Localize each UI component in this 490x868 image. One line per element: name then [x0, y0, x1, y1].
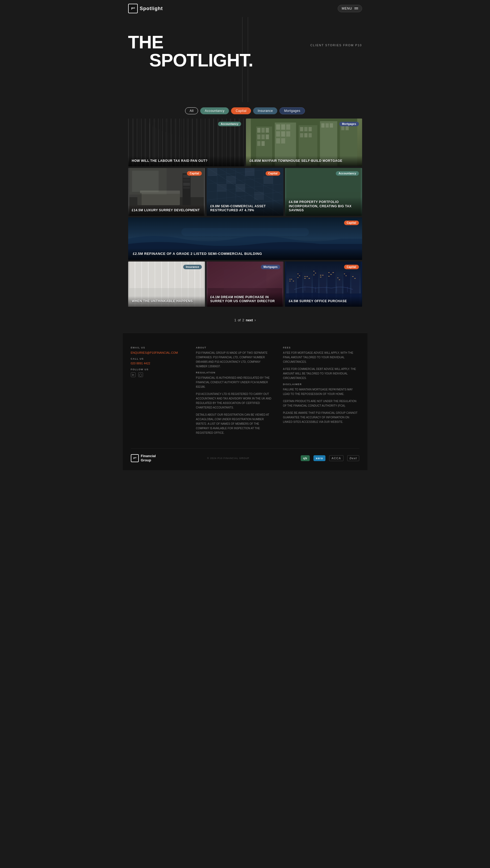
- svg-rect-127: [307, 276, 308, 277]
- about-label: ABOUT: [196, 346, 272, 349]
- card-tag-capital-2: Capital: [266, 171, 280, 176]
- pagination-current: 1: [234, 318, 236, 322]
- card-dream-home[interactable]: Mortgages £4.1M DREAM HOME PURCHASE IN S…: [207, 261, 283, 307]
- card-surrey-office[interactable]: Capital £4.5M SURREY OFFICE PURCHASE: [285, 261, 362, 307]
- card-title: WHEN THE UNTHINKABLE HAPPENS: [132, 299, 201, 304]
- card-tag-insurance: Insurance: [183, 265, 202, 269]
- footer-about: ABOUT P10 FINANCIAL GROUP IS MADE UP OF …: [196, 346, 272, 438]
- hero-title-line2: SPOTLIGHT.: [128, 51, 362, 69]
- card-tag-capital: Capital: [187, 171, 202, 176]
- card-title: £2.5M REFINANCE OF A GRADE 2 LISTED SEMI…: [133, 252, 357, 256]
- svg-rect-135: [320, 277, 321, 277]
- footer-fees: FEES A FEE FOR MORTGAGE ADVICE WILL APPL…: [283, 346, 359, 438]
- regulation-text3: DETAILS ABOUT OUR REGISTRATION CAN BE VI…: [196, 412, 272, 435]
- menu-label: MENU: [342, 7, 352, 10]
- disclaimer-label: DISCLAIMER: [283, 383, 359, 385]
- fees-text2: A FEE FOR COMMERCIAL DEBT ADVICE WILL AP…: [283, 367, 359, 380]
- quickbooks-logo: qb: [301, 455, 309, 461]
- about-text: P10 FINANCIAL GROUP IS MADE UP OF TWO SE…: [196, 350, 272, 369]
- filter-accountancy[interactable]: Accountancy: [200, 107, 229, 114]
- svg-rect-79: [208, 168, 217, 176]
- hero-title: THE SPOTLIGHT.: [128, 33, 362, 69]
- svg-rect-138: [333, 272, 334, 273]
- svg-rect-122: [293, 281, 294, 281]
- svg-rect-53: [183, 179, 190, 182]
- pagination-total: 2: [242, 318, 244, 322]
- card-semi-commercial[interactable]: Capital £9.8M SEMI-COMMERCIAL ASSET REST…: [207, 168, 283, 216]
- card-content: £4.5M PROPERTY PORTFOLIO INCORPORATION, …: [285, 197, 362, 216]
- menu-button[interactable]: MENU: [338, 5, 362, 12]
- card-surrey-dev[interactable]: Capital £14.5M LUXURY SURREY DEVELOPMENT: [128, 168, 205, 216]
- fees-text1: A FEE FOR MORTGAGE ADVICE WILL APPLY, WI…: [283, 350, 359, 364]
- svg-rect-129: [304, 278, 306, 279]
- svg-rect-130: [313, 271, 314, 272]
- svg-rect-80: [226, 176, 236, 184]
- filter-all[interactable]: All: [185, 107, 198, 114]
- card-content: £6.85M MAYFAIR TOWNHOUSE SELF-BUILD MORT…: [246, 156, 362, 166]
- filter-mortgages[interactable]: Mortgages: [279, 107, 305, 114]
- email-link[interactable]: ENQUIRIES@P10FINANCIAL.COM: [131, 351, 185, 354]
- svg-rect-134: [322, 275, 324, 276]
- dext-logo: Dext: [347, 455, 360, 461]
- grid-row-4: Insurance WHEN THE UNTHINKABLE HAPPENS: [128, 261, 362, 307]
- svg-rect-124: [299, 275, 300, 276]
- logo-area: P¹⁰ Spotlight: [128, 4, 163, 13]
- svg-rect-139: [328, 276, 330, 277]
- svg-rect-145: [355, 278, 356, 279]
- pagination-of: of: [238, 318, 241, 322]
- svg-rect-133: [320, 275, 321, 276]
- card-portfolio[interactable]: Accountancy £4.5M PROPERTY PORTFOLIO INC…: [285, 168, 362, 216]
- regulation-text2: P10 ACCOUNTANCY LTD IS REGISTERED TO CAR…: [196, 392, 272, 410]
- card-content: £14.5M LUXURY SURREY DEVELOPMENT: [128, 205, 205, 216]
- footer: EMAIL US ENQUIRIES@P10FINANCIAL.COM CALL…: [123, 333, 367, 470]
- instagram-icon[interactable]: ◯: [138, 372, 143, 377]
- disclaimer-text1: FAILURE TO MAINTAIN MORTGAGE REPAYMENTS …: [283, 387, 359, 396]
- svg-rect-123: [298, 274, 299, 274]
- pagination-arrow[interactable]: ›: [254, 318, 256, 322]
- disclaimer-text3: PLEASE BE AWARE THAT P10 FINANCIAL GROUP…: [283, 411, 359, 424]
- phone-link[interactable]: 020 8891 4422: [131, 362, 185, 365]
- svg-rect-54: [183, 183, 190, 186]
- svg-rect-140: [337, 277, 338, 278]
- card-content: £4.1M DREAM HOME PURCHASE IN SURREY FOR …: [207, 292, 283, 307]
- logo-p10: P¹⁰: [131, 7, 134, 10]
- filter-capital[interactable]: Capital: [231, 107, 251, 114]
- svg-rect-81: [245, 168, 254, 176]
- svg-rect-58: [137, 193, 142, 205]
- svg-rect-142: [344, 274, 345, 274]
- svg-rect-137: [331, 274, 332, 275]
- card-content: £4.5M SURREY OFFICE PURCHASE: [285, 296, 362, 307]
- card-content: £9.8M SEMI-COMMERCIAL ASSET RESTRUCTURED…: [207, 201, 283, 216]
- header: P¹⁰ Spotlight MENU: [123, 0, 367, 17]
- card-tag-accountancy-2: Accountancy: [336, 171, 359, 176]
- footer-bottom: P¹⁰ Financial Group © 2024 P10 FINANCIAL…: [131, 448, 360, 462]
- regulation-text1: P10 FINANCIAL IS AUTHORISED AND REGULATE…: [196, 375, 272, 389]
- card-tag-mortgages-2: Mortgages: [261, 265, 280, 269]
- cards-grid: Accountancy HOW WILL THE LABOUR TAX RAID…: [123, 119, 367, 314]
- svg-rect-131: [315, 273, 316, 274]
- card-tag-capital-3: Capital: [344, 265, 359, 269]
- svg-rect-125: [298, 277, 299, 278]
- copyright: © 2024 P10 FINANCIAL GROUP: [207, 457, 249, 460]
- xero-logo: xero: [313, 455, 326, 461]
- card-title: £9.8M SEMI-COMMERCIAL ASSET RESTRUCTURED…: [210, 205, 280, 213]
- acca-logo: ACCA: [329, 455, 343, 461]
- svg-rect-55: [183, 187, 190, 189]
- card-tag-capital-full: Capital: [344, 221, 359, 225]
- email-label: EMAIL US: [131, 346, 185, 349]
- svg-rect-84: [236, 184, 245, 192]
- footer-logo-icon: P¹⁰: [131, 454, 139, 462]
- regulation-label: REGULATION: [196, 371, 272, 374]
- svg-rect-128: [309, 278, 310, 279]
- grid-row-1: Accountancy HOW WILL THE LABOUR TAX RAID…: [128, 119, 362, 166]
- svg-rect-83: [217, 184, 226, 192]
- pagination-next[interactable]: next: [246, 318, 253, 322]
- card-insurance[interactable]: Insurance WHEN THE UNTHINKABLE HAPPENS: [128, 261, 205, 307]
- linkedin-icon[interactable]: in: [131, 372, 135, 377]
- filter-insurance[interactable]: Insurance: [253, 107, 277, 114]
- card-mayfair[interactable]: Mortgages £6.85M MAYFAIR TOWNHOUSE SELF-…: [246, 119, 362, 166]
- card-labour-tax[interactable]: Accountancy HOW WILL THE LABOUR TAX RAID…: [128, 119, 244, 166]
- card-refinance[interactable]: Capital £2.5M REFINANCE OF A GRADE 2 LIS…: [128, 217, 362, 260]
- footer-grid: EMAIL US ENQUIRIES@P10FINANCIAL.COM CALL…: [131, 346, 360, 438]
- card-title: £6.85M MAYFAIR TOWNHOUSE SELF-BUILD MORT…: [250, 159, 358, 163]
